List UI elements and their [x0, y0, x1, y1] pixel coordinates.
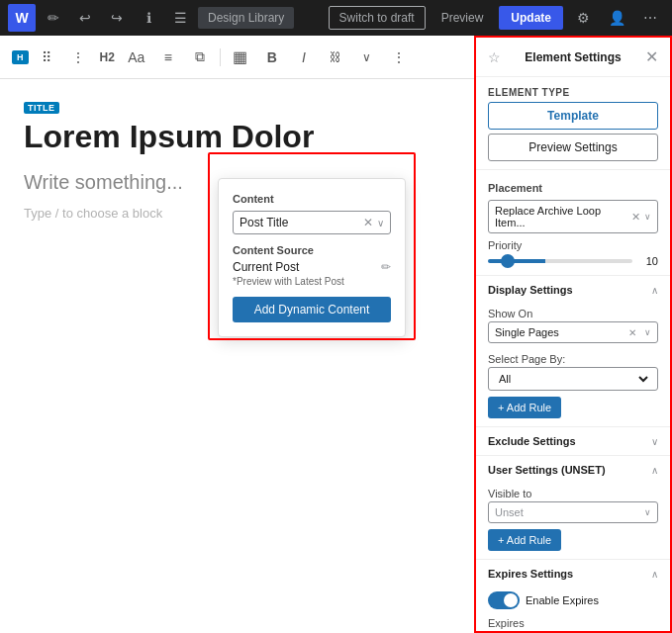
expires-label: Expires: [476, 613, 670, 631]
visible-to-field[interactable]: Unset ∨: [488, 501, 658, 523]
update-button[interactable]: Update: [499, 6, 563, 30]
placement-value: Replace Archive Loop Item...: [495, 205, 627, 228]
enable-expires-toggle[interactable]: [488, 591, 520, 609]
switch-draft-button[interactable]: Switch to draft: [329, 6, 426, 30]
close-panel-icon[interactable]: ✕: [645, 47, 658, 66]
copy-icon[interactable]: ⧉: [186, 44, 214, 71]
link-button[interactable]: ⛓: [322, 44, 349, 71]
source-value: Current Post: [233, 260, 299, 274]
element-type-label: Element Type: [476, 77, 670, 102]
user-icon-button[interactable]: 👤: [603, 4, 630, 32]
enable-expires-row: Enable Expires: [476, 588, 670, 613]
select-page-by-select[interactable]: All: [495, 372, 651, 386]
design-library-label: Design Library: [208, 11, 284, 25]
pencil-edit-icon[interactable]: ✏: [381, 260, 391, 274]
user-settings-chevron-icon: ∧: [651, 465, 658, 476]
toolbar-divider: [220, 48, 221, 66]
align-icon[interactable]: ≡: [154, 44, 182, 71]
bold-button[interactable]: B: [258, 44, 286, 71]
show-on-chevron-icon: ∨: [644, 327, 651, 337]
content-select-chevron-icon: ∨: [377, 218, 384, 228]
preview-button[interactable]: Preview: [432, 7, 494, 29]
block-type-badge: H: [12, 50, 29, 64]
content-select-value: Post Title: [240, 216, 363, 229]
italic-button[interactable]: I: [290, 44, 318, 71]
template-button[interactable]: Template: [488, 102, 658, 130]
element-settings-panel: ☆ Element Settings ✕ Element Type Templa…: [474, 36, 672, 633]
source-row: Current Post ✏: [233, 260, 391, 274]
plugin-icon-button[interactable]: ⋯: [636, 4, 664, 32]
expires-settings-label: Expires Settings: [488, 568, 573, 580]
content-select-clear-icon[interactable]: ✕: [363, 216, 373, 229]
visible-to-label: Visible to: [476, 484, 670, 501]
display-settings-label: Display Settings: [488, 284, 573, 296]
exclude-settings-header[interactable]: Exclude Settings ∨: [476, 426, 670, 455]
editor-inner: H ⠿ ⋮ H2 Aa ≡ ⧉ ▦ B I ⛓ ∨ ⋮ TITLE Lorem …: [0, 36, 474, 633]
placement-field[interactable]: Replace Archive Loop Item... ✕ ∨: [488, 200, 658, 233]
placement-section: Placement Replace Archive Loop Item... ✕…: [476, 174, 670, 275]
show-on-clear-icon[interactable]: ✕: [628, 327, 636, 338]
post-title[interactable]: Lorem Ipsum Dolor: [24, 118, 450, 155]
preview-note: *Preview with Latest Post: [233, 276, 391, 287]
select-page-by-field[interactable]: All: [488, 367, 658, 391]
user-settings-header[interactable]: User Settings (UNSET) ∧: [476, 455, 670, 484]
placement-clear-icon[interactable]: ✕: [631, 211, 640, 224]
h2-label: H2: [96, 50, 119, 64]
exclude-settings-label: Exclude Settings: [488, 435, 576, 447]
exclude-chevron-icon: ∨: [651, 436, 658, 447]
content-select[interactable]: Post Title ✕ ∨: [233, 211, 391, 234]
display-settings-header[interactable]: Display Settings ∧: [476, 275, 670, 304]
main-wrapper: H ⠿ ⋮ H2 Aa ≡ ⧉ ▦ B I ⛓ ∨ ⋮ TITLE Lorem …: [0, 36, 672, 633]
placement-label: Placement: [488, 182, 658, 194]
editor-area: TITLE Lorem Ipsum Dolor Write something.…: [0, 79, 474, 633]
visible-to-chevron-icon: ∨: [644, 507, 651, 517]
toggle-knob: [504, 593, 518, 607]
divider-1: [476, 169, 670, 170]
top-bar-right: Switch to draft Preview Update ⚙ 👤 ⋯: [329, 4, 664, 32]
preview-settings-button[interactable]: Preview Settings: [488, 134, 658, 161]
content-label: Content: [233, 193, 391, 205]
priority-row: 10: [488, 255, 658, 267]
design-library-button[interactable]: Design Library: [198, 7, 294, 29]
priority-label: Priority: [488, 239, 658, 251]
add-rule-2-button[interactable]: + Add Rule: [488, 529, 561, 551]
panel-title: Element Settings: [525, 50, 621, 64]
placement-chevron-icon: ∨: [644, 212, 651, 222]
settings-icon-button[interactable]: ⚙: [569, 4, 597, 32]
add-dynamic-content-button[interactable]: Add Dynamic Content: [233, 297, 391, 322]
redo-button[interactable]: ↪: [103, 4, 131, 32]
top-bar: W ✏ ↩ ↪ ℹ ☰ Design Library Switch to dra…: [0, 0, 672, 36]
undo-button[interactable]: ↩: [71, 4, 99, 32]
select-page-by-label: Select Page By:: [476, 349, 670, 367]
add-rule-button[interactable]: + Add Rule: [488, 397, 561, 418]
title-badge: TITLE: [24, 102, 59, 114]
display-settings-chevron-icon: ∧: [651, 285, 658, 296]
editor-toolbar: H ⠿ ⋮ H2 Aa ≡ ⧉ ▦ B I ⛓ ∨ ⋮: [0, 36, 474, 79]
priority-value: 10: [638, 255, 658, 267]
more-options-button[interactable]: ∨: [353, 44, 381, 71]
show-on-field[interactable]: Single Pages ✕ ∨: [488, 321, 658, 343]
info-button[interactable]: ℹ: [135, 4, 162, 32]
editor-content: TITLE Lorem Ipsum Dolor Write something.…: [0, 79, 474, 240]
block-selector-icon[interactable]: ▦: [227, 44, 254, 71]
top-bar-left: W ✏ ↩ ↪ ℹ ☰ Design Library: [8, 4, 294, 32]
show-on-value: Single Pages: [495, 326, 624, 338]
expires-settings-header[interactable]: Expires Settings ∧: [476, 559, 670, 588]
font-size-icon[interactable]: Aa: [123, 44, 150, 71]
user-settings-label: User Settings (UNSET): [488, 464, 606, 476]
panel-header: ☆ Element Settings ✕: [476, 38, 670, 77]
dynamic-content-popup: Content Post Title ✕ ∨ Content Source Cu…: [218, 178, 406, 337]
priority-slider[interactable]: [488, 259, 632, 263]
show-on-label: Show On: [476, 304, 670, 321]
wp-logo-icon[interactable]: W: [8, 4, 36, 32]
kebab-menu-button[interactable]: ⋮: [385, 44, 413, 71]
expires-chevron-icon: ∧: [651, 569, 658, 580]
enable-expires-label: Enable Expires: [526, 594, 599, 606]
pencil-icon-button[interactable]: ✏: [40, 4, 67, 32]
drag-handle-icon[interactable]: ⠿: [33, 44, 60, 71]
star-icon[interactable]: ☆: [488, 49, 501, 65]
source-label: Content Source: [233, 244, 391, 256]
visible-to-value: Unset: [495, 506, 644, 518]
move-icon[interactable]: ⋮: [64, 44, 92, 71]
menu-icon-button[interactable]: ☰: [166, 4, 194, 32]
